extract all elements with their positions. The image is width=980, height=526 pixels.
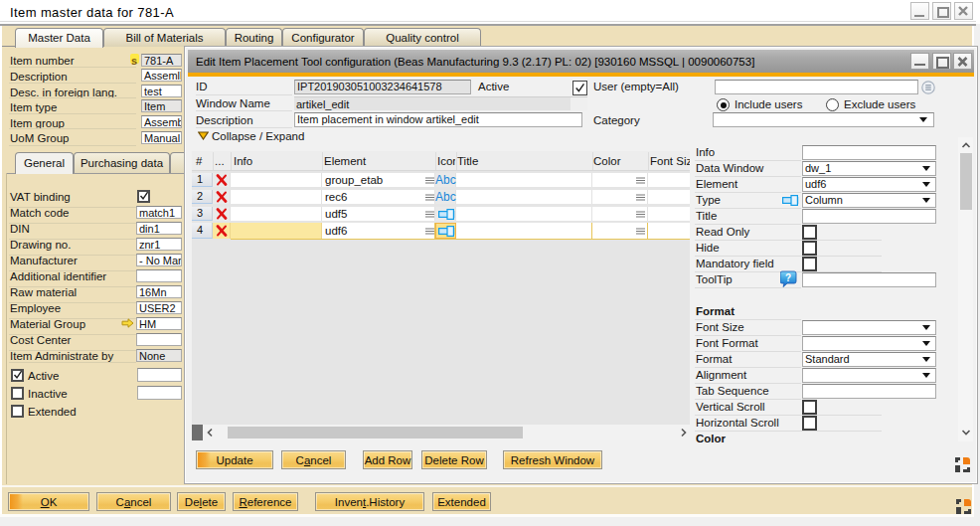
svg-text:?: ? [785, 272, 791, 283]
